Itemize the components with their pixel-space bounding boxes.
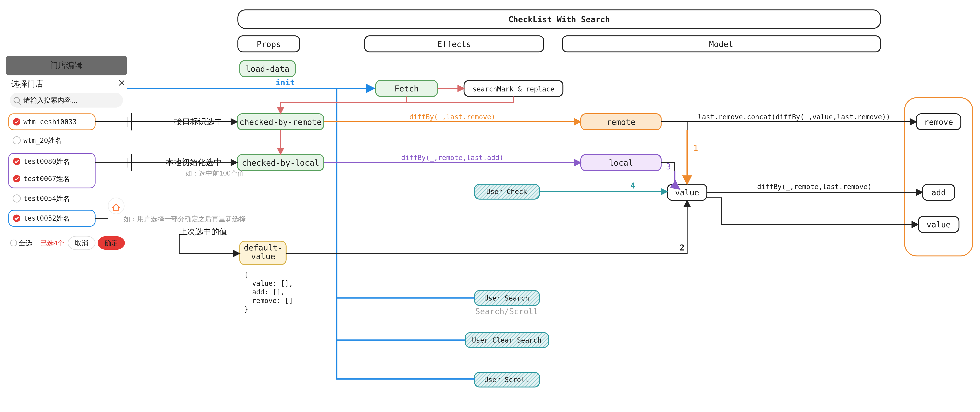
- edge-add-expr: diffBy(_,remote,last.remove): [757, 183, 872, 191]
- edge-3: 3: [666, 162, 671, 171]
- node-local-label: local: [609, 158, 633, 168]
- confirm-label: 确定: [104, 239, 118, 247]
- anno-lastvalue: 上次选中的值: [179, 227, 227, 236]
- svg-text:value: [],: value: [],: [252, 279, 293, 287]
- default-value-snippet: {: [244, 271, 248, 279]
- search-placeholder: 请输入搜索内容…: [24, 96, 78, 104]
- node-fetch-label: Fetch: [395, 84, 418, 93]
- svg-text:}: }: [244, 305, 248, 313]
- edge-diff-remote: diffBy(_,last.remove): [409, 113, 495, 121]
- home-badge[interactable]: [108, 198, 124, 214]
- cancel-label: 取消: [75, 239, 88, 247]
- anno-default: 如：用户选择一部分确定之后再重新选择: [124, 215, 246, 223]
- list-item-label: test0054姓名: [24, 195, 70, 203]
- node-user-search-label: User Search: [484, 294, 529, 302]
- node-user-scroll-label: User Scroll: [484, 376, 529, 384]
- node-default-value-label-2: value: [251, 252, 275, 261]
- node-remote-label: remote: [606, 117, 636, 127]
- edge-2: 2: [679, 243, 684, 252]
- search-scroll-hint: Search/Scroll: [475, 307, 538, 316]
- title: CheckList With Search: [509, 15, 610, 24]
- select-all[interactable]: 全选: [19, 239, 32, 247]
- selected-count: 已选4个: [40, 239, 64, 247]
- list-item-label: wtm_20姓名: [24, 136, 62, 145]
- edge-1: 1: [693, 144, 698, 153]
- sheet-title: 选择门店: [11, 79, 43, 88]
- node-user-check-label: User Check: [486, 188, 527, 196]
- svg-text:add: [],: add: [],: [252, 288, 285, 296]
- col-props-label: Props: [257, 40, 281, 49]
- list-item-label: wtm_ceshi0033: [24, 118, 76, 126]
- phone-top-title: 门店编辑: [50, 61, 82, 70]
- node-checked-remote-label: checked-by-remote: [239, 117, 321, 127]
- node-default-value-label-1: default-: [244, 243, 283, 252]
- edge-diff-local: diffBy(_,remote,last.add): [401, 154, 504, 162]
- list-item-label: test0052姓名: [24, 214, 70, 222]
- list-item-label: test0067姓名: [24, 175, 70, 183]
- node-user-clear-label: User Clear Search: [472, 336, 541, 344]
- edge-init-trunk: [127, 88, 474, 379]
- diagram-canvas: CheckList With Search Props Effects Mode…: [0, 0, 980, 412]
- out-add-label: add: [931, 188, 946, 197]
- edge-remove-expr: last.remove.concat(diffBy(_,value,last.r…: [698, 113, 890, 121]
- svg-text:remove: []: remove: []: [252, 297, 293, 305]
- node-search-mark-label: searchMark & replace: [473, 85, 554, 93]
- node-load-data-label: load-data: [246, 64, 289, 73]
- edge-4: 4: [630, 181, 635, 190]
- edge-init-label: init: [276, 78, 295, 87]
- node-checked-local-label: checked-by-local: [242, 158, 319, 168]
- node-value-label: value: [675, 188, 699, 197]
- col-model-label: Model: [709, 40, 733, 49]
- list-item-label: test0080姓名: [24, 157, 70, 165]
- out-remove-label: remove: [924, 117, 953, 127]
- anno-local-sub: 如：选中前100个值: [185, 169, 244, 177]
- out-value-label: value: [926, 220, 951, 229]
- phone-mock: 门店编辑 选择门店 请输入搜索内容… wtm_ceshi0033 wtm_20姓…: [6, 56, 127, 275]
- col-effects-label: Effects: [437, 40, 471, 49]
